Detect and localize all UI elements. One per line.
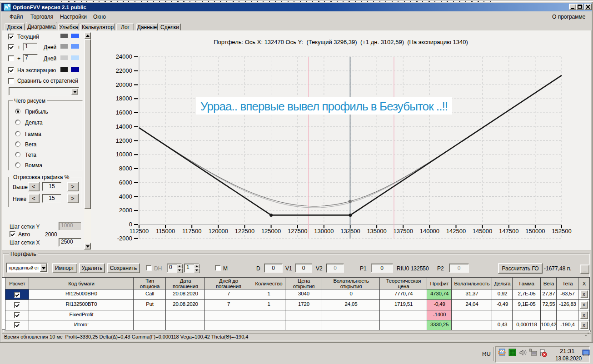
svg-text:127500: 127500 (288, 228, 307, 234)
svg-text:147500: 147500 (499, 228, 518, 234)
svg-text:115000: 115000 (156, 228, 175, 234)
svg-text:4000: 4000 (119, 193, 132, 200)
svg-text:137500: 137500 (394, 228, 413, 234)
svg-text:142500: 142500 (446, 228, 466, 234)
svg-text:150000: 150000 (525, 228, 545, 234)
svg-text:112500: 112500 (130, 228, 149, 234)
svg-text:Урраа.. впервые вывел профиль: Урраа.. впервые вывел профиль в Безубыто… (200, 100, 448, 113)
svg-text:16000: 16000 (116, 109, 132, 116)
svg-text:10000: 10000 (116, 151, 132, 158)
svg-text:117500: 117500 (182, 228, 201, 234)
svg-text:24000: 24000 (116, 53, 132, 60)
svg-text:22000: 22000 (116, 67, 132, 74)
svg-text:18000: 18000 (116, 95, 132, 102)
svg-text:-2000: -2000 (117, 235, 132, 242)
svg-text:140000: 140000 (420, 228, 439, 234)
svg-text:14000: 14000 (116, 123, 132, 130)
svg-text:145000: 145000 (473, 228, 492, 234)
svg-text:130000: 130000 (314, 228, 334, 234)
svg-text:8000: 8000 (119, 165, 132, 172)
svg-text:6000: 6000 (119, 179, 132, 186)
svg-text:152500: 152500 (552, 228, 571, 234)
svg-text:122500: 122500 (235, 228, 254, 234)
svg-text:20000: 20000 (116, 81, 132, 88)
svg-text:135000: 135000 (367, 228, 386, 234)
svg-text:2000: 2000 (119, 207, 132, 214)
svg-text:120000: 120000 (209, 228, 228, 234)
svg-text:Портфель: Ось X: 132470 Ось Y:: Портфель: Ось X: 132470 Ось Y: (Текущий … (214, 39, 468, 45)
svg-text:125000: 125000 (261, 228, 281, 234)
svg-text:12000: 12000 (116, 137, 132, 144)
svg-text:0: 0 (129, 221, 132, 228)
